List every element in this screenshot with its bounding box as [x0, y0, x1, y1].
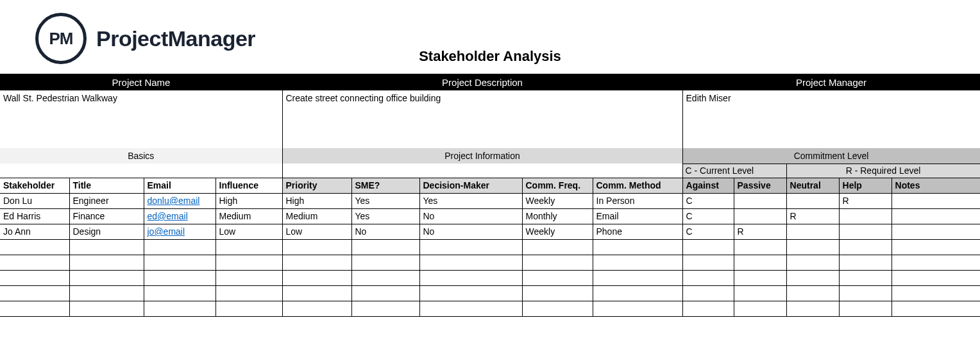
cell-title[interactable]: [69, 270, 144, 285]
cell-title[interactable]: Design: [69, 224, 144, 239]
cell-notes[interactable]: [891, 193, 980, 208]
cell-passive[interactable]: [734, 193, 786, 208]
cell-neutral[interactable]: [786, 270, 839, 285]
cell-passive[interactable]: [734, 301, 786, 316]
cell-passive[interactable]: [734, 255, 786, 270]
cell-against[interactable]: C: [682, 193, 734, 208]
cell-influence[interactable]: [215, 301, 282, 316]
cell-sme[interactable]: [351, 301, 419, 316]
cell-priority[interactable]: Low: [282, 224, 351, 239]
cell-method[interactable]: [593, 301, 682, 316]
cell-help[interactable]: [839, 255, 891, 270]
cell-against[interactable]: [682, 285, 734, 301]
cell-title[interactable]: [69, 255, 144, 270]
cell-help[interactable]: [839, 301, 891, 316]
cell-email[interactable]: jo@email: [144, 224, 215, 239]
cell-passive[interactable]: R: [734, 224, 786, 239]
cell-against[interactable]: [682, 239, 734, 255]
cell-help[interactable]: [839, 224, 891, 239]
cell-email[interactable]: donlu@email: [144, 193, 215, 208]
cell-priority[interactable]: [282, 270, 351, 285]
cell-email[interactable]: [144, 285, 215, 301]
cell-freq[interactable]: [522, 301, 593, 316]
cell-notes[interactable]: [891, 239, 980, 255]
cell-against[interactable]: [682, 270, 734, 285]
cell-title[interactable]: Engineer: [69, 193, 144, 208]
cell-freq[interactable]: Weekly: [522, 224, 593, 239]
cell-stakeholder[interactable]: Ed Harris: [0, 208, 69, 224]
cell-sme[interactable]: [351, 239, 419, 255]
cell-priority[interactable]: Medium: [282, 208, 351, 224]
cell-neutral[interactable]: [786, 255, 839, 270]
cell-influence[interactable]: [215, 285, 282, 301]
cell-freq[interactable]: [522, 255, 593, 270]
cell-influence[interactable]: [215, 270, 282, 285]
cell-method[interactable]: Phone: [593, 224, 682, 239]
cell-decision[interactable]: [419, 239, 522, 255]
cell-decision[interactable]: [419, 255, 522, 270]
cell-notes[interactable]: [891, 270, 980, 285]
cell-against[interactable]: [682, 255, 734, 270]
cell-against[interactable]: C: [682, 208, 734, 224]
cell-title[interactable]: Finance: [69, 208, 144, 224]
cell-priority[interactable]: [282, 255, 351, 270]
cell-notes[interactable]: [891, 224, 980, 239]
cell-passive[interactable]: [734, 208, 786, 224]
cell-priority[interactable]: High: [282, 193, 351, 208]
cell-decision[interactable]: [419, 270, 522, 285]
cell-passive[interactable]: [734, 285, 786, 301]
cell-passive[interactable]: [734, 270, 786, 285]
cell-sme[interactable]: [351, 285, 419, 301]
cell-stakeholder[interactable]: [0, 285, 69, 301]
cell-influence[interactable]: Low: [215, 224, 282, 239]
email-link[interactable]: ed@email: [148, 211, 188, 221]
cell-method[interactable]: [593, 239, 682, 255]
cell-decision[interactable]: [419, 285, 522, 301]
cell-neutral[interactable]: [786, 193, 839, 208]
cell-stakeholder[interactable]: Jo Ann: [0, 224, 69, 239]
cell-influence[interactable]: [215, 239, 282, 255]
cell-method[interactable]: [593, 270, 682, 285]
cell-title[interactable]: [69, 239, 144, 255]
cell-email[interactable]: [144, 255, 215, 270]
email-link[interactable]: donlu@email: [148, 196, 200, 206]
cell-freq[interactable]: [522, 270, 593, 285]
cell-method[interactable]: [593, 285, 682, 301]
cell-freq[interactable]: Weekly: [522, 193, 593, 208]
cell-notes[interactable]: [891, 255, 980, 270]
cell-sme[interactable]: Yes: [351, 193, 419, 208]
cell-priority[interactable]: [282, 285, 351, 301]
cell-method[interactable]: In Person: [593, 193, 682, 208]
cell-neutral[interactable]: [786, 239, 839, 255]
cell-influence[interactable]: High: [215, 193, 282, 208]
cell-stakeholder[interactable]: [0, 270, 69, 285]
cell-stakeholder[interactable]: [0, 239, 69, 255]
cell-passive[interactable]: [734, 239, 786, 255]
cell-decision[interactable]: [419, 301, 522, 316]
cell-method[interactable]: [593, 255, 682, 270]
cell-notes[interactable]: [891, 208, 980, 224]
cell-title[interactable]: [69, 301, 144, 316]
cell-influence[interactable]: [215, 255, 282, 270]
cell-help[interactable]: [839, 208, 891, 224]
cell-neutral[interactable]: [786, 301, 839, 316]
cell-sme[interactable]: No: [351, 224, 419, 239]
cell-priority[interactable]: [282, 301, 351, 316]
cell-decision[interactable]: No: [419, 224, 522, 239]
cell-sme[interactable]: Yes: [351, 208, 419, 224]
cell-stakeholder[interactable]: [0, 301, 69, 316]
cell-freq[interactable]: [522, 239, 593, 255]
cell-email[interactable]: [144, 270, 215, 285]
cell-decision[interactable]: No: [419, 208, 522, 224]
cell-sme[interactable]: [351, 255, 419, 270]
cell-notes[interactable]: [891, 301, 980, 316]
cell-email[interactable]: ed@email: [144, 208, 215, 224]
cell-stakeholder[interactable]: Don Lu: [0, 193, 69, 208]
cell-against[interactable]: C: [682, 224, 734, 239]
cell-neutral[interactable]: [786, 224, 839, 239]
cell-stakeholder[interactable]: [0, 255, 69, 270]
cell-sme[interactable]: [351, 270, 419, 285]
cell-influence[interactable]: Medium: [215, 208, 282, 224]
cell-notes[interactable]: [891, 285, 980, 301]
cell-method[interactable]: Email: [593, 208, 682, 224]
